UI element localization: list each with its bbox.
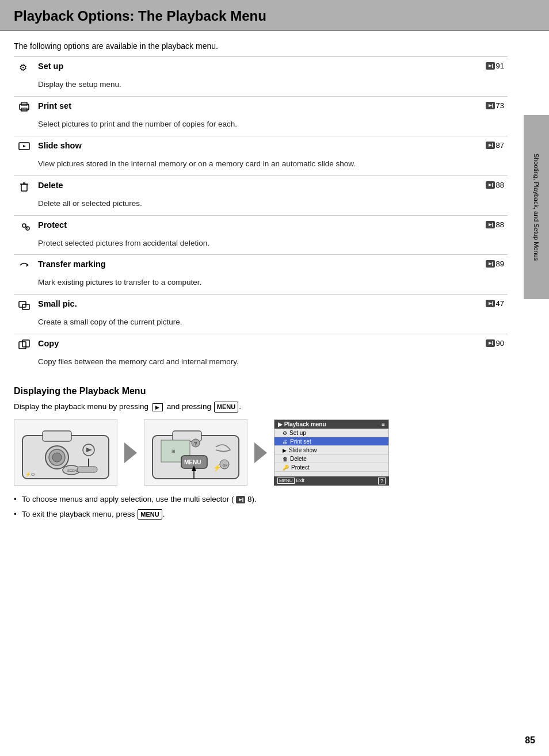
sub-section: Displaying the Playback Menu Display the… <box>14 386 508 520</box>
page-ref-copy: 90 <box>387 334 508 356</box>
menu-name-print-set: Print set <box>35 96 387 118</box>
lcd-item-setup: ⚙ Set up <box>274 429 388 437</box>
menu-header-row-protect: Protect 88 <box>14 215 508 237</box>
menu-name-delete: Delete <box>35 175 387 197</box>
menu-header-row-transfer-marking: Transfer marking 89 <box>14 255 508 277</box>
lcd-label-delete: Delete <box>290 456 307 462</box>
lcd-item-printset: 🖨 Print set <box>274 437 388 446</box>
page-container: Playback Options: The Playback Menu Shoo… <box>0 0 549 756</box>
ref-icon-setup: 91 <box>486 62 504 70</box>
menu-desc-protect: Protect selected pictures from accidenta… <box>14 237 508 255</box>
lcd-icon-protect: 🔑 <box>283 465 289 471</box>
icon-transfer-marking <box>14 255 35 277</box>
ref-icon-slide-show: 87 <box>486 141 504 150</box>
playback-mode-icon: ▶ <box>152 403 163 411</box>
ref-icon-transfer-marking: 89 <box>486 259 504 268</box>
icon-setup: ⚙ <box>14 57 35 79</box>
menu-desc-setup: Display the setup menu. <box>14 78 508 96</box>
page-ref-protect: 88 <box>387 215 508 237</box>
menu-badge-instruction: MENU <box>214 402 238 413</box>
page-ref-setup: 91 <box>387 57 508 79</box>
main-content: The following options are available in t… <box>0 31 521 533</box>
lcd-item-slideshow: ▶ Slide show <box>274 446 388 455</box>
menu-header-row-slide-show: Slide show 87 <box>14 136 508 158</box>
menu-desc-small-pic: Create a small copy of the current pictu… <box>14 316 508 334</box>
sub-section-description: Display the playback menu by pressing ▶ … <box>14 401 508 413</box>
menu-desc-slide-show: View pictures stored in the internal mem… <box>14 158 508 175</box>
lcd-label-setup: Set up <box>289 430 306 436</box>
intro-text: The following options are available in t… <box>14 41 508 51</box>
arrow-1 <box>124 442 137 463</box>
lcd-icon-setup: ⚙ <box>283 430 287 436</box>
icon-copy <box>14 334 35 356</box>
lcd-bottom-help: ? <box>378 478 386 484</box>
menu-name-transfer-marking: Transfer marking <box>35 255 387 277</box>
icon-protect <box>14 215 35 237</box>
svg-rect-42 <box>43 431 71 441</box>
menu-header-row-small-pic: Small pic. 47 <box>14 295 508 316</box>
lcd-item-protect: 🔑 Protect <box>274 463 388 472</box>
lcd-title-bar: ▶ Playback menu ≡ <box>274 420 388 429</box>
menu-badge-exit: MENU <box>138 509 162 520</box>
ref-icon-copy: 90 <box>486 339 504 348</box>
lcd-title: ▶ Playback menu <box>278 421 326 427</box>
lcd-label-printset: Print set <box>290 438 311 445</box>
svg-text:MENU: MENU <box>184 459 201 465</box>
svg-text:⚙: ⚙ <box>19 63 27 72</box>
lcd-title-icon: ≡ <box>382 421 385 427</box>
sub-section-title: Displaying the Playback Menu <box>14 386 508 396</box>
menu-name-slide-show: Slide show <box>35 136 387 158</box>
lcd-bottom-bar: MENU Exit ? <box>274 476 389 486</box>
page-title: Playback Options: The Playback Menu <box>14 8 535 24</box>
svg-text:?: ? <box>194 441 197 446</box>
svg-text:⚡O: ⚡O <box>25 471 35 477</box>
menu-desc-row-copy: Copy files between the memory card and i… <box>14 356 508 373</box>
menu-desc-row-small-pic: Create a small copy of the current pictu… <box>14 316 508 334</box>
icon-print-set <box>14 96 35 118</box>
page-ref-transfer-marking: 89 <box>387 255 508 277</box>
ref-icon-print-set: 73 <box>486 101 504 110</box>
lcd-screen: ▶ Playback menu ≡ ⚙ Set up 🖨 Print set <box>274 419 389 486</box>
svg-rect-52 <box>77 467 97 472</box>
svg-rect-15 <box>21 184 27 191</box>
menu-desc-transfer-marking: Mark existing pictures to transfer to a … <box>14 276 508 294</box>
lcd-icon-delete: 🗑 <box>283 456 288 462</box>
menu-desc-row-slide-show: View pictures stored in the internal mem… <box>14 158 508 175</box>
page-ref-small-pic: 47 <box>387 295 508 316</box>
page-ref-delete: 88 <box>387 175 508 197</box>
lcd-box: ▶ Playback menu ≡ ⚙ Set up 🖨 Print set <box>274 419 389 486</box>
camera-images-row: SCENE ⚡O <box>14 419 508 486</box>
menu-desc-print-set: Select pictures to print and the number … <box>14 118 508 136</box>
menu-header-row-delete: Delete 88 <box>14 175 508 197</box>
side-label-text: Shooting, Playback, and Setup Menus <box>533 154 540 261</box>
ref-icon-protect: 88 <box>486 220 504 229</box>
bullet-item-2: To exit the playback menu, press MENU. <box>14 509 508 520</box>
camera-image-2: ⊞ ? MENU ⚡ <box>144 419 247 486</box>
menu-desc-row-print-set: Select pictures to print and the number … <box>14 118 508 136</box>
side-label: Shooting, Playback, and Setup Menus <box>524 115 549 299</box>
icon-delete <box>14 175 35 197</box>
svg-text:⊞: ⊞ <box>171 449 176 454</box>
menu-name-copy: Copy <box>35 334 387 356</box>
arrow-2 <box>254 442 267 463</box>
menu-header-row-copy: Copy 90 <box>14 334 508 356</box>
lcd-icon-printset: 🖨 <box>283 439 288 445</box>
menu-desc-row-protect: Protect selected pictures from accidenta… <box>14 237 508 255</box>
menu-desc-row-transfer-marking: Mark existing pictures to transfer to a … <box>14 276 508 294</box>
lcd-icon-slideshow: ▶ <box>283 448 287 453</box>
menu-desc-row-setup: Display the setup menu. <box>14 78 508 96</box>
svg-text:ok: ok <box>223 463 228 468</box>
menu-desc-delete: Delete all or selected pictures. <box>14 197 508 215</box>
menu-header-row-print-set: Print set 73 <box>14 96 508 118</box>
menu-desc-row-delete: Delete all or selected pictures. <box>14 197 508 215</box>
lcd-label-protect: Protect <box>291 464 310 471</box>
ref-icon-8 <box>236 496 245 503</box>
camera-image-1: SCENE ⚡O <box>14 419 117 486</box>
icon-slide-show <box>14 136 35 158</box>
lcd-bottom-menu: MENU Exit <box>277 478 304 484</box>
page-number: 85 <box>525 735 535 746</box>
lcd-item-delete: 🗑 Delete <box>274 455 388 463</box>
menu-table: ⚙Set up 91 Display the setup menu.Print … <box>14 56 508 373</box>
svg-point-21 <box>22 224 26 227</box>
title-bar: Playback Options: The Playback Menu <box>0 0 549 31</box>
